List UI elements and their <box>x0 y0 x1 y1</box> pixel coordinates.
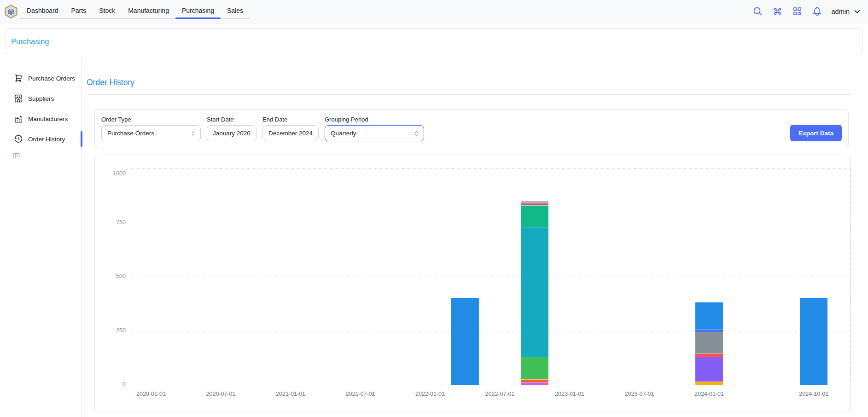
tab-stock[interactable]: Stock <box>93 4 122 18</box>
gridline-y500 <box>131 277 850 277</box>
tab-dashboard[interactable]: Dashboard <box>20 4 65 18</box>
grouping-period-select[interactable]: Quarterly <box>325 125 424 141</box>
bar-2024-10-01[interactable] <box>800 298 827 385</box>
barcode-scan-icon <box>792 11 803 18</box>
end-date-input[interactable] <box>262 125 319 141</box>
order-type-field: Order Type Purchase Orders <box>101 116 201 141</box>
x-axis-tick-label: 2023-07-01 <box>625 391 654 397</box>
end-date-label: End Date <box>262 116 319 123</box>
chevron-down-icon <box>853 7 862 16</box>
sidebar-collapse-button[interactable] <box>12 152 20 160</box>
bar-segment[interactable] <box>695 357 723 382</box>
bar-segment[interactable] <box>695 302 723 330</box>
sidebar-collapse-icon <box>12 154 20 161</box>
bar-segment[interactable] <box>521 227 548 357</box>
bar-2022-04-01[interactable] <box>451 298 479 385</box>
sidebar-item-label: Suppliers <box>28 95 54 102</box>
sidebar-item-label: Manufacturers <box>28 116 68 122</box>
tab-purchasing[interactable]: Purchasing <box>175 4 221 18</box>
building-store-icon <box>14 94 23 103</box>
order-type-select[interactable]: Purchase Orders <box>101 125 201 141</box>
notifications-button[interactable] <box>812 6 823 17</box>
select-updown-icon <box>190 130 197 137</box>
y-axis-tick-label: 0 <box>99 381 126 388</box>
sidebar-item-manufacturers[interactable]: Manufacturers <box>0 109 81 129</box>
sidebar-item-purchase-orders[interactable]: Purchase Orders <box>0 68 81 88</box>
sidebar-item-suppliers[interactable]: Suppliers <box>0 88 81 109</box>
bar-segment[interactable] <box>521 357 548 379</box>
sidebar-item-order-history[interactable]: Order History <box>0 129 81 149</box>
grouping-period-field: Grouping Period Quarterly <box>325 116 424 141</box>
y-axis-tick-label: 750 <box>99 219 126 226</box>
start-date-label: Start Date <box>207 116 256 123</box>
x-axis-tick-label: 2020-07-01 <box>206 391 236 397</box>
user-menu[interactable]: admin <box>832 7 862 16</box>
bar-segment[interactable] <box>521 382 548 385</box>
title-divider <box>87 94 851 95</box>
y-axis-tick-label: 500 <box>99 273 126 279</box>
main-content: Order History Order Type Purchase Orders… <box>87 59 868 417</box>
end-date-field: End Date <box>262 116 319 141</box>
x-axis-tick-label: 2024-10-01 <box>799 391 828 397</box>
x-axis-tick-label: 2023-01-01 <box>555 391 584 397</box>
main-nav-tabs: DashboardPartsStockManufacturingPurchasi… <box>20 4 250 19</box>
command-palette-icon <box>772 11 783 18</box>
page-title: Order History <box>87 78 134 87</box>
tab-manufacturing[interactable]: Manufacturing <box>122 4 175 18</box>
x-axis-tick-label: 2020-01-01 <box>136 391 166 397</box>
bar-2024-01-01[interactable] <box>695 302 723 385</box>
bar-segment[interactable] <box>695 332 723 353</box>
sidebar-item-label: Purchase Orders <box>28 75 75 82</box>
plot-right-border <box>850 168 851 385</box>
barcode-scan-button[interactable] <box>792 6 803 17</box>
x-axis-tick-label: 2022-07-01 <box>485 391 515 397</box>
bar-2022-10-01[interactable] <box>521 201 548 385</box>
breadcrumb-purchasing[interactable]: Purchasing <box>11 37 49 46</box>
select-updown-icon <box>413 130 420 137</box>
start-date-field: Start Date <box>207 116 256 141</box>
top-navbar: DashboardPartsStockManufacturingPurchasi… <box>0 0 868 23</box>
username-label: admin <box>832 8 850 15</box>
x-axis-tick-label: 2022-01-01 <box>415 391 445 397</box>
export-data-button[interactable]: Export Data <box>790 125 842 141</box>
sidebar: Purchase OrdersSuppliersManufacturersOrd… <box>0 59 82 417</box>
shopping-cart-icon <box>14 74 23 83</box>
sidebar-item-label: Order History <box>28 136 65 143</box>
bar-segment[interactable] <box>695 382 723 385</box>
bar-segment[interactable] <box>695 353 723 357</box>
building-factory-icon <box>14 114 23 123</box>
breadcrumb-panel: Purchasing <box>5 29 863 54</box>
chart-panel: 025050075010002020-01-012020-07-012021-0… <box>94 155 851 412</box>
gridline-y750 <box>131 223 850 223</box>
search-icon <box>752 11 763 18</box>
grouping-period-label: Grouping Period <box>325 116 424 123</box>
gridline-y0 <box>131 385 850 385</box>
command-palette-button[interactable] <box>772 6 783 17</box>
bar-segment[interactable] <box>521 205 548 227</box>
tab-parts[interactable]: Parts <box>65 4 93 18</box>
y-axis-tick-label: 250 <box>99 327 126 334</box>
start-date-input[interactable] <box>207 125 256 141</box>
bar-segment[interactable] <box>451 298 479 385</box>
gridline-y1000 <box>131 168 850 169</box>
navbar-actions: admin <box>752 0 862 23</box>
bar-segment[interactable] <box>800 298 827 385</box>
notifications-icon <box>812 11 822 18</box>
tab-sales[interactable]: Sales <box>221 4 250 18</box>
order-history-chart: 025050075010002020-01-012020-07-012021-0… <box>95 155 851 412</box>
app-logo-icon[interactable] <box>4 4 18 19</box>
grouping-period-value: Quarterly <box>331 130 356 137</box>
gridline-y250 <box>131 331 850 331</box>
x-axis-tick-label: 2024-01-01 <box>694 391 724 397</box>
order-type-label: Order Type <box>101 116 201 123</box>
x-axis-tick-label: 2021-01-01 <box>276 391 305 397</box>
filter-panel: Order Type Purchase Orders Start Date En… <box>94 109 849 147</box>
history-icon <box>14 134 23 144</box>
x-axis-tick-label: 2021-07-01 <box>346 391 375 397</box>
search-button[interactable] <box>752 6 763 17</box>
app-root: DashboardPartsStockManufacturingPurchasi… <box>0 0 868 417</box>
y-axis-tick-label: 1000 <box>99 170 126 177</box>
order-type-value: Purchase Orders <box>107 130 154 137</box>
